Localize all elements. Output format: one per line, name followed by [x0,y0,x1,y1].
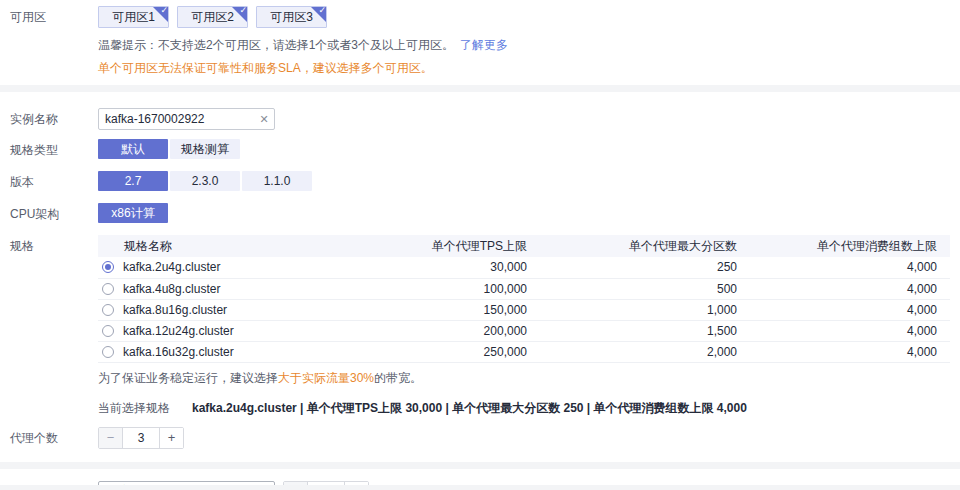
check-icon: ✓ [318,6,326,16]
spec-name: kafka.8u16g.cluster [123,303,227,317]
radio-selected-icon[interactable] [102,261,114,273]
minus-icon[interactable]: − [99,428,123,448]
radio-icon[interactable] [102,283,114,295]
col-header-spec-name: 规格名称 [98,235,378,257]
check-icon: ✓ [239,6,247,16]
config-section: 实例名称 ✕ 规格类型 默认 规格测算 版本 2.7 [0,92,960,462]
spec-consumer-groups: 4,000 [737,320,950,341]
spec-type-estimate-button[interactable]: 规格测算 [170,139,240,159]
current-spec-label: 当前选择规格 [98,400,170,417]
instance-name-label: 实例名称 [0,108,98,130]
spec-tps: 200,000 [378,320,527,341]
az-button-group: 可用区1 ✓ 可用区2 ✓ 可用区3 ✓ [98,6,960,28]
spec-label: 规格 [0,235,98,257]
spec-tps: 100,000 [378,278,527,299]
bandwidth-note-prefix: 为了保证业务稳定运行，建议选择 [98,371,278,385]
spec-name: kafka.4u8g.cluster [123,282,220,296]
spec-name: kafka.16u32g.cluster [123,345,234,359]
section-divider [0,462,960,469]
az-section: 可用区 可用区1 ✓ 可用区2 ✓ 可用区3 [0,0,960,85]
spec-consumer-groups: 4,000 [737,341,950,362]
version-2-3-0-button[interactable]: 2.3.0 [170,171,240,191]
kafka-instance-purchase-form: 可用区 可用区1 ✓ 可用区2 ✓ 可用区3 [0,0,960,490]
cpu-arch-label: CPU架构 [0,203,98,225]
az-label: 可用区 [0,6,98,28]
version-label: 版本 [0,171,98,193]
cpu-arch-x86-button[interactable]: x86计算 [98,203,168,223]
section-divider [0,485,960,490]
az-option-2[interactable]: 可用区2 ✓ [177,6,248,28]
spec-partitions: 2,000 [527,341,737,362]
spec-consumer-groups: 4,000 [737,257,950,278]
spec-tps: 250,000 [378,341,527,362]
spec-table-header-row: 规格名称 单个代理TPS上限 单个代理最大分区数 单个代理消费组数上限 [98,235,950,257]
radio-icon[interactable] [102,304,114,316]
spec-tps: 30,000 [378,257,527,278]
az-option-1-label: 可用区1 [112,9,155,26]
col-header-max-partitions: 单个代理最大分区数 [527,235,737,257]
broker-count-stepper: − + [98,427,184,449]
plus-icon[interactable]: + [159,428,183,448]
spec-type-label: 规格类型 [0,139,98,161]
bandwidth-note-suffix: 的带宽。 [374,371,422,385]
spec-type-default-button[interactable]: 默认 [98,139,168,159]
spec-partitions: 250 [527,257,737,278]
bandwidth-note: 为了保证业务稳定运行，建议选择大于实际流量30%的带宽。 [98,370,960,387]
close-icon[interactable]: ✕ [254,113,274,126]
az-option-3-label: 可用区3 [270,9,313,26]
spec-partitions: 1,000 [527,299,737,320]
spec-name: kafka.12u24g.cluster [123,324,234,338]
spec-partitions: 1,500 [527,320,737,341]
spec-tps: 150,000 [378,299,527,320]
spec-table: 规格名称 单个代理TPS上限 单个代理最大分区数 单个代理消费组数上限 kafk… [98,235,950,363]
broker-count-label: 代理个数 [0,427,98,449]
spec-row-2u4g[interactable]: kafka.2u4g.cluster 30,000 250 4,000 [98,257,950,278]
instance-name-field-wrap: ✕ [98,108,275,130]
current-spec-line: 当前选择规格 kafka.2u4g.cluster | 单个代理TPS上限 30… [98,400,960,417]
version-group: 2.7 2.3.0 1.1.0 [98,171,960,191]
instance-name-input[interactable] [99,112,254,126]
bandwidth-note-highlight: 大于实际流量30% [278,371,374,385]
col-header-max-consumer-groups: 单个代理消费组数上限 [737,235,950,257]
broker-count-input[interactable] [123,428,159,448]
az-option-3[interactable]: 可用区3 ✓ [256,6,327,28]
az-warning-text: 单个可用区无法保证可靠性和服务SLA，建议选择多个可用区。 [98,60,960,77]
spec-consumer-groups: 4,000 [737,278,950,299]
spec-partitions: 500 [527,278,737,299]
cpu-arch-group: x86计算 [98,203,960,223]
az-option-2-label: 可用区2 [191,9,234,26]
spec-name: kafka.2u4g.cluster [123,260,220,274]
check-icon: ✓ [160,6,168,16]
learn-more-link[interactable]: 了解更多 [460,38,508,52]
section-divider [0,85,960,92]
version-1-1-0-button[interactable]: 1.1.0 [242,171,312,191]
col-header-tps-limit: 单个代理TPS上限 [378,235,527,257]
current-spec-value: kafka.2u4g.cluster | 单个代理TPS上限 30,000 | … [192,400,747,417]
radio-icon[interactable] [102,346,114,358]
az-tip-text: 温馨提示：不支持选2个可用区，请选择1个或者3个及以上可用区。 [98,38,454,52]
spec-row-4u8g[interactable]: kafka.4u8g.cluster 100,000 500 4,000 [98,278,950,299]
spec-type-group: 默认 规格测算 [98,139,960,159]
spec-row-8u16g[interactable]: kafka.8u16g.cluster 150,000 1,000 4,000 [98,299,950,320]
spec-row-12u24g[interactable]: kafka.12u24g.cluster 200,000 1,500 4,000 [98,320,950,341]
spec-row-16u32g[interactable]: kafka.16u32g.cluster 250,000 2,000 4,000 [98,341,950,362]
spec-consumer-groups: 4,000 [737,299,950,320]
az-option-1[interactable]: 可用区1 ✓ [98,6,169,28]
version-2-7-button[interactable]: 2.7 [98,171,168,191]
radio-icon[interactable] [102,325,114,337]
